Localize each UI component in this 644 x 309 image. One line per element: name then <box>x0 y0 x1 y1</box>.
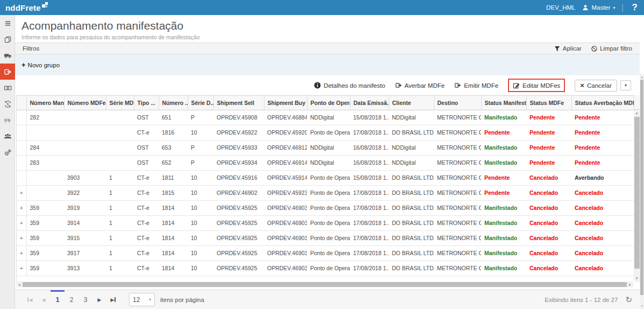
last-page-button[interactable]: ▶ <box>106 290 120 309</box>
vertical-scroll-thumb[interactable] <box>634 117 640 269</box>
manifest-export-icon <box>4 68 12 76</box>
page-vertical-scrollbar[interactable]: ▲ ▼ <box>640 74 644 309</box>
column-header-ponto_operacao[interactable]: Ponto de Operação <box>307 96 350 110</box>
table-vertical-scrollbar[interactable]: ▲ ▼ <box>634 95 640 282</box>
row-expander[interactable]: + <box>17 215 26 230</box>
column-header-status_mdfe[interactable]: Status MDFe <box>526 96 571 110</box>
previous-page-button[interactable]: ◀ <box>37 290 51 309</box>
column-header-destino[interactable]: Destino <box>434 96 481 110</box>
page-number-1[interactable]: 1 <box>51 290 65 309</box>
emitir-mdfe-button[interactable]: Emitir MDFe <box>454 82 498 89</box>
table-row[interactable]: CT-e181610OPRDEV.45922OPRDEV.45920Ponto … <box>17 125 634 140</box>
sidebar-item-transport[interactable] <box>0 47 15 64</box>
table-row[interactable]: +35939141CT-e181410OPRDEV.45925OPRDEV.46… <box>17 215 634 230</box>
user-menu[interactable]: Master ▾ <box>582 4 615 11</box>
column-header-shipment_sell[interactable]: Shipment Sell <box>213 96 264 110</box>
items-summary: Exibindo itens 1 - 12 de 27 <box>545 297 618 303</box>
page-size-select[interactable]: 12 ▾ <box>129 293 155 306</box>
page-scroll-thumb[interactable] <box>640 80 643 295</box>
scroll-down-icon[interactable]: ▼ <box>641 304 643 307</box>
cell-destino: METRONORTE CO... <box>434 185 481 200</box>
cell-cliente: DO BRASIL LTDA-GU... <box>389 261 434 276</box>
cell-status_averbacao_mdfe: Cancelado <box>571 215 634 230</box>
cell-shipment_sell: OPRDEV.45925 <box>213 261 264 276</box>
cell-status_manifesto: Manifestado <box>481 261 526 276</box>
page-number-3[interactable]: 3 <box>78 290 92 309</box>
table-row[interactable]: +35939191CT-e181410OPRDEV.45925OPRDEV.46… <box>17 200 634 215</box>
manifest-details-button[interactable]: Detalhes do manifesto <box>314 82 385 89</box>
row-expander[interactable]: + <box>17 261 26 276</box>
sidebar-item-manifest[interactable] <box>0 64 15 80</box>
cell-numero_documento: 1814 <box>159 200 188 215</box>
table-horizontal-scrollbar[interactable]: ◄ ► <box>16 282 633 287</box>
table-row[interactable]: 284OST653POPRDEV.45933OPRDEV.46912NDDigi… <box>17 140 634 155</box>
table-row[interactable]: +39221CT-e181510OPRDEV.46902OPRDEV.45923… <box>17 185 634 200</box>
column-header-serie_documento[interactable]: Série D... <box>188 96 213 110</box>
cell-tipo_documento: CT-e <box>134 170 159 185</box>
column-header-cliente[interactable]: Cliente <box>389 96 434 110</box>
column-header-data_emissao[interactable]: Data Emissã... <box>350 96 389 110</box>
table-row[interactable]: 283OST652POPRDEV.45934OPRDEV.46914NDDigi… <box>17 155 634 170</box>
topbar-divider <box>622 4 623 12</box>
scroll-up-icon[interactable]: ▲ <box>635 111 639 115</box>
logo-text: nddFrete <box>5 3 41 12</box>
row-expander[interactable]: + <box>17 200 26 215</box>
averbar-mdfe-button[interactable]: Averbar MDFe <box>395 82 445 89</box>
cancelar-dropdown-button[interactable]: ▾ <box>620 80 631 90</box>
scroll-right-icon[interactable]: ► <box>628 283 632 286</box>
editar-mdfes-button[interactable]: Editar MDFes <box>508 79 565 92</box>
row-expander[interactable]: + <box>17 185 26 200</box>
next-page-button[interactable]: ▶ <box>92 290 106 309</box>
sidebar-item-financial[interactable]: $ <box>0 96 15 112</box>
cancelar-button[interactable]: × Cancelar <box>575 80 617 92</box>
scroll-up-icon[interactable]: ▲ <box>641 75 643 79</box>
column-header-numero_documento[interactable]: Número ... <box>159 96 188 110</box>
table-row[interactable]: 39031CT-e181110OPRDEV.45916OPRDEV.45914P… <box>17 170 634 185</box>
cell-numero_manifestacao: 283 <box>26 155 64 170</box>
scroll-left-icon[interactable]: ◄ <box>18 283 21 286</box>
column-header-status_averbacao_mdfe[interactable]: Status Averbação MDFe↑ <box>571 96 634 110</box>
table-row[interactable]: +35939151CT-e181410OPRDEV.45925OPRDEV.46… <box>17 230 634 245</box>
column-header-status_manifesto[interactable]: Status Manifesto <box>481 96 526 110</box>
cell-shipment_sell: OPRDEV.45916 <box>213 170 264 185</box>
cell-ponto_operacao: Ponto de Operação ... <box>307 215 350 230</box>
sidebar-item-fleet[interactable] <box>0 112 15 128</box>
nddfrete-logo: nddFrete <box>5 3 48 12</box>
clear-filter-button[interactable]: Limpar filtro <box>591 45 632 52</box>
column-header-shipment_buy[interactable]: Shipment Buy <box>264 96 307 110</box>
sidebar-item-settings[interactable] <box>0 144 15 160</box>
table-row[interactable]: 282OST651POPRDEV.45908OPRDEV.46884NDDigi… <box>17 110 634 125</box>
logo-squares-icon <box>42 2 48 8</box>
column-header-numero_manifestacao[interactable]: Número Mani... <box>26 96 64 110</box>
horizontal-scroll-thumb[interactable] <box>23 282 627 287</box>
sidebar-item-payments[interactable] <box>0 80 15 96</box>
help-button[interactable]: ? <box>630 2 640 13</box>
cell-serie_documento: 10 <box>188 245 213 261</box>
row-expander[interactable]: + <box>17 230 26 245</box>
sidebar-item-documents[interactable] <box>0 31 15 47</box>
new-group-button[interactable]: + Novo grupo <box>22 62 60 68</box>
column-header-numero_mdfe[interactable]: Número MDFe <box>64 96 106 110</box>
table-row[interactable]: +35939171CT-e181410OPRDEV.45925OPRDEV.46… <box>17 245 634 261</box>
table-row[interactable]: +35939131CT-e181410OPRDEV.45925OPRDEV.46… <box>17 261 634 276</box>
row-expander[interactable]: + <box>17 245 26 261</box>
column-header-expand[interactable] <box>17 96 26 110</box>
cell-status_averbacao_mdfe: Pendente <box>571 125 634 140</box>
cell-numero_manifestacao: 359 <box>26 261 64 276</box>
cell-cliente: DO BRASIL LTDA-GU... <box>389 170 434 185</box>
cell-serie_documento: 10 <box>188 215 213 230</box>
column-header-serie_mdfe[interactable]: Série MDFe <box>106 96 134 110</box>
cell-status_mdfe: Cancelado <box>526 245 571 261</box>
apply-filter-button[interactable]: Aplicar <box>554 45 582 52</box>
refresh-icon[interactable]: ↻ <box>625 296 632 304</box>
scroll-down-icon[interactable]: ▼ <box>635 277 639 280</box>
page-number-2[interactable]: 2 <box>65 290 78 309</box>
sidebar-item-users[interactable] <box>0 128 15 144</box>
first-page-button[interactable]: ◀ <box>23 290 37 309</box>
cell-tipo_documento: OST <box>134 155 159 170</box>
cell-tipo_documento: CT-e <box>134 125 159 140</box>
column-header-tipo_documento[interactable]: Tipo ... <box>134 96 159 110</box>
cell-numero_mdfe: 3917 <box>64 245 106 261</box>
sidebar-menu-toggle[interactable] <box>0 15 15 31</box>
cell-tipo_documento: CT-e <box>134 200 159 215</box>
